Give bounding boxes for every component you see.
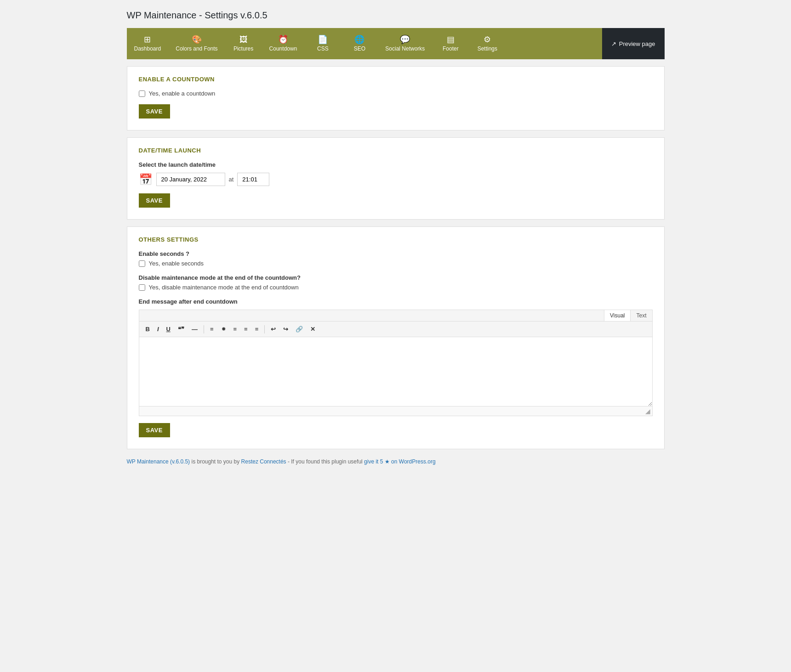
preview-label: Preview page (619, 40, 655, 47)
date-time-row: 📅 at (139, 173, 653, 186)
datetime-launch-title: DATE/TIME LAUNCH (139, 147, 653, 154)
others-settings-save-button[interactable]: SAVE (139, 423, 170, 437)
nav-item-seo[interactable]: 🌐 SEO (341, 31, 378, 56)
date-input[interactable] (156, 173, 225, 186)
social-networks-icon: 💬 (400, 35, 410, 44)
disable-maintenance-row: Yes, disable maintenance mode at the end… (139, 284, 653, 291)
enable-countdown-row: Yes, enable a countdown (139, 90, 653, 97)
time-input[interactable] (237, 173, 269, 186)
nav-item-settings[interactable]: ⚙ Settings (469, 31, 506, 56)
datetime-field-label: Select the launch date/time (139, 161, 653, 168)
nav-items: ⊞ Dashboard 🎨 Colors and Fonts 🖼 Picture… (127, 28, 602, 59)
enable-seconds-label: Yes, enable seconds (149, 260, 204, 267)
toolbar-unordered-list[interactable]: ≡ (207, 324, 216, 334)
nav-item-colors-fonts[interactable]: 🎨 Colors and Fonts (168, 31, 225, 56)
colors-fonts-icon: 🎨 (192, 35, 202, 44)
toolbar-sep1 (204, 325, 204, 333)
footer-text2: is brought to you by (191, 458, 241, 465)
toolbar-ordered-list[interactable]: ⁕ (218, 324, 229, 334)
preview-icon: ↗ (611, 40, 616, 47)
enable-seconds-row: Yes, enable seconds (139, 260, 653, 267)
editor-textarea[interactable] (139, 337, 652, 406)
nav-item-css[interactable]: 📄 CSS (304, 31, 341, 56)
toolbar-align-left[interactable]: ≡ (231, 324, 240, 334)
toolbar-redo[interactable]: ↪ (280, 324, 291, 334)
enable-countdown-checkbox[interactable] (139, 90, 145, 97)
enable-countdown-save-button[interactable]: SAVE (139, 104, 170, 119)
toolbar-italic[interactable]: I (154, 324, 162, 334)
enable-countdown-title: ENABLE A COUNTDOWN (139, 76, 653, 83)
nav-item-dashboard[interactable]: ⊞ Dashboard (127, 31, 169, 56)
footer-text3: - If you found this plugin useful (288, 458, 364, 465)
toolbar-strikethrough[interactable]: — (189, 324, 200, 334)
calendar-icon: 📅 (139, 173, 153, 186)
datetime-launch-section: DATE/TIME LAUNCH Select the launch date/… (127, 137, 665, 220)
nav-label-dashboard: Dashboard (134, 45, 161, 52)
editor-toolbar: B I U ❝❞ — ≡ ⁕ ≡ ≡ ≡ ↩ ↪ 🔗 ✕ (139, 322, 652, 337)
toolbar-link[interactable]: 🔗 (293, 324, 306, 334)
toolbar-blockquote[interactable]: ❝❞ (175, 324, 187, 334)
preview-page-button[interactable]: ↗ Preview page (602, 28, 665, 59)
footer-icon: ▤ (447, 35, 455, 44)
editor-container: Visual Text B I U ❝❞ — ≡ ⁕ ≡ ≡ ≡ ↩ ↪ 🔗 ✕ (139, 310, 653, 416)
enable-countdown-section: ENABLE A COUNTDOWN Yes, enable a countdo… (127, 66, 665, 130)
enable-countdown-label: Yes, enable a countdown (149, 90, 216, 97)
pictures-icon: 🖼 (239, 35, 248, 44)
toolbar-sep2 (264, 325, 265, 333)
nav-label-footer: Footer (443, 45, 459, 52)
countdown-icon: ⏰ (278, 35, 288, 44)
nav-label-settings: Settings (478, 45, 497, 52)
enable-seconds-checkbox[interactable] (139, 260, 145, 267)
nav-label-pictures: Pictures (233, 45, 253, 52)
disable-maintenance-heading: Disable maintenance mode at the end of t… (139, 274, 653, 281)
nav-label-css: CSS (317, 45, 329, 52)
end-message-heading: End message after end countdown (139, 298, 653, 305)
at-label: at (229, 176, 234, 183)
css-icon: 📄 (318, 35, 328, 44)
editor-tab-text[interactable]: Text (631, 310, 652, 321)
disable-maintenance-checkbox[interactable] (139, 284, 145, 291)
toolbar-remove-format[interactable]: ✕ (307, 324, 318, 334)
seo-icon: 🌐 (354, 35, 364, 44)
editor-tab-visual[interactable]: Visual (604, 310, 631, 321)
nav-label-countdown: Countdown (269, 45, 297, 52)
disable-maintenance-label: Yes, disable maintenance mode at the end… (149, 284, 299, 291)
toolbar-underline[interactable]: U (164, 324, 173, 334)
page-footer: WP Maintenance (v.6.0.5) is brought to y… (127, 458, 665, 465)
nav-bar: ⊞ Dashboard 🎨 Colors and Fonts 🖼 Picture… (127, 28, 665, 59)
footer-author-link[interactable]: Restez Connectés (241, 458, 286, 465)
nav-item-social-networks[interactable]: 💬 Social Networks (378, 31, 432, 56)
nav-item-pictures[interactable]: 🖼 Pictures (225, 31, 262, 56)
others-settings-title: OTHERS SETTINGS (139, 236, 653, 243)
toolbar-bold[interactable]: B (143, 324, 153, 334)
toolbar-undo[interactable]: ↩ (268, 324, 279, 334)
settings-icon: ⚙ (484, 35, 491, 44)
nav-item-footer[interactable]: ▤ Footer (432, 31, 469, 56)
page-title: WP Maintenance - Settings v.6.0.5 (127, 10, 665, 21)
nav-item-countdown[interactable]: ⏰ Countdown (262, 31, 305, 56)
datetime-save-button[interactable]: SAVE (139, 193, 170, 208)
enable-seconds-heading: Enable seconds ? (139, 250, 653, 257)
toolbar-align-right[interactable]: ≡ (252, 324, 262, 334)
dashboard-icon: ⊞ (144, 35, 151, 44)
editor-resize-handle: ◢ (139, 406, 652, 416)
editor-tabs: Visual Text (139, 310, 652, 322)
nav-label-seo: SEO (354, 45, 365, 52)
others-settings-section: OTHERS SETTINGS Enable seconds ? Yes, en… (127, 226, 665, 449)
toolbar-align-center[interactable]: ≡ (241, 324, 250, 334)
footer-plugin-link[interactable]: WP Maintenance (v.6.0.5) (127, 458, 190, 465)
footer-rate-link[interactable]: give it 5 ★ on WordPress.org (364, 458, 436, 465)
nav-label-social-networks: Social Networks (385, 45, 425, 52)
nav-label-colors-fonts: Colors and Fonts (176, 45, 217, 52)
